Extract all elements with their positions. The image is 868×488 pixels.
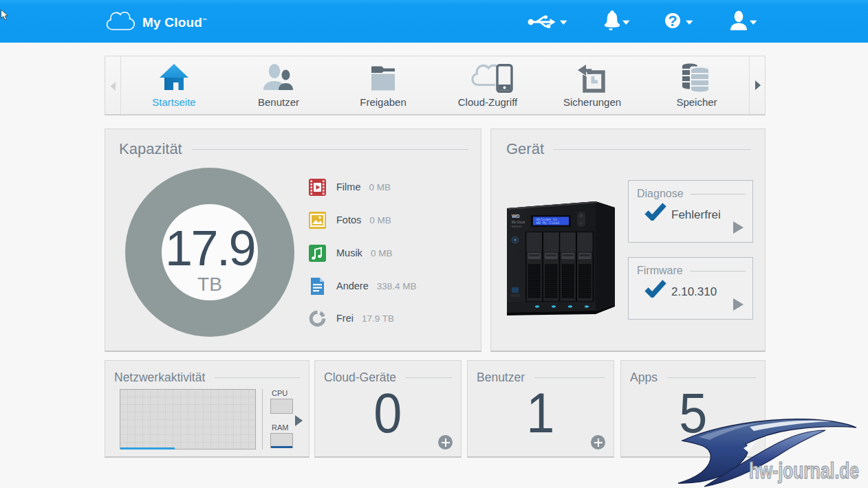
svg-text:17.9: 17.9 [165,221,254,276]
svg-text:TB: TB [197,274,222,295]
svg-text:WD My Cloud: WD My Cloud [536,221,559,225]
svg-text:EX4100: EX4100 [512,225,522,228]
svg-text:WD: WD [512,214,520,219]
svg-text:?: ? [668,12,677,30]
svg-text:hw-journal.de: hw-journal.de [749,457,859,483]
svg-text:My Cloud: My Cloud [512,221,525,224]
